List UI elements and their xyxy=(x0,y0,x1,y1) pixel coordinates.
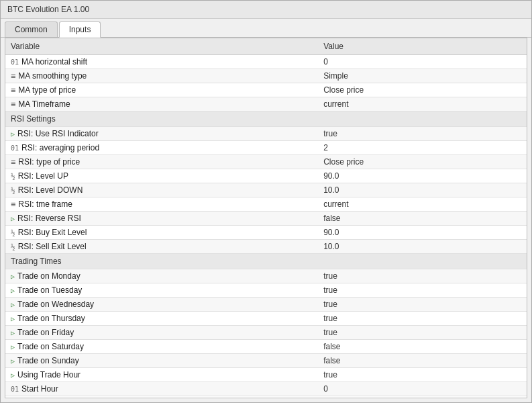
value-cell: Simple xyxy=(318,69,527,83)
type-icon: 01 xyxy=(11,58,19,66)
col-header-variable: Variable xyxy=(5,38,318,55)
table-row[interactable]: ½RSI: Level UP90.0 xyxy=(5,169,527,183)
value-cell: 0 xyxy=(318,55,527,69)
value-cell: Close price xyxy=(318,83,527,97)
variable-cell: ½RSI: Buy Exit Level xyxy=(5,226,318,240)
variable-cell: ▷Trade on Thursday xyxy=(5,312,318,326)
value-cell: 90.0 xyxy=(318,169,527,183)
window-title: BTC Evolution EA 1.00 xyxy=(7,5,89,14)
variable-cell: ▷Trade on Monday xyxy=(5,269,318,283)
type-icon: ▷ xyxy=(11,301,15,308)
type-icon: ▷ xyxy=(11,329,15,337)
table-row[interactable]: ▷Trade on Sundayfalse xyxy=(5,354,527,368)
variable-cell: ▷Using Trade Hour xyxy=(5,368,318,382)
value-cell: true xyxy=(318,298,527,312)
value-cell: true xyxy=(318,368,527,382)
table-row[interactable]: 01Start Minutes0 xyxy=(5,396,527,398)
type-icon: ≡ xyxy=(11,71,15,81)
type-icon: ½ xyxy=(11,228,15,237)
table-row[interactable]: 01MA horizontal shift0 xyxy=(5,55,527,69)
variable-cell: ▷RSI: Use RSI Indicator xyxy=(5,127,318,141)
variable-cell: ≡MA type of price xyxy=(5,83,318,97)
value-cell: Close price xyxy=(318,155,527,169)
tab-inputs[interactable]: Inputs xyxy=(59,21,101,38)
variable-cell: ▷Trade on Friday xyxy=(5,326,318,340)
variable-cell: ½RSI: Level DOWN xyxy=(5,183,318,197)
content-area: Variable Value 01MA horizontal shift0≡MA… xyxy=(5,38,527,398)
table-row[interactable]: ▷Trade on Thursdaytrue xyxy=(5,312,527,326)
type-icon: 01 xyxy=(11,386,19,393)
variable-cell: ≡MA Timeframe xyxy=(5,97,318,111)
variable-cell: 01RSI: averaging period xyxy=(5,141,318,155)
table-row[interactable]: ▷Trade on Saturdayfalse xyxy=(5,340,527,354)
table-row[interactable]: ▷Trade on Fridaytrue xyxy=(5,326,527,340)
table-container[interactable]: Variable Value 01MA horizontal shift0≡MA… xyxy=(5,38,527,398)
variable-cell: ▷Trade on Sunday xyxy=(5,354,318,368)
table-row[interactable]: 01Start Hour0 xyxy=(5,382,527,396)
type-icon: ▷ xyxy=(11,215,15,222)
value-cell: 90.0 xyxy=(318,226,527,240)
table-row[interactable]: ▷RSI: Use RSI Indicatortrue xyxy=(5,127,527,141)
type-icon: ▷ xyxy=(11,371,15,379)
variable-cell: 01Start Hour xyxy=(5,382,318,396)
type-icon: ≡ xyxy=(11,199,15,209)
type-icon: ½ xyxy=(11,242,15,251)
value-cell: true xyxy=(318,312,527,326)
variable-cell: ½RSI: Sell Exit Level xyxy=(5,240,318,254)
table-row[interactable]: ▷Using Trade Hourtrue xyxy=(5,368,527,382)
table-row[interactable]: ≡MA Timeframecurrent xyxy=(5,97,527,111)
value-cell: true xyxy=(318,269,527,283)
value-cell: false xyxy=(318,212,527,226)
type-icon: ▷ xyxy=(11,130,15,138)
variable-cell: ▷Trade on Wednesday xyxy=(5,298,318,312)
value-cell: 2 xyxy=(318,141,527,155)
type-icon: ½ xyxy=(11,172,15,181)
table-row[interactable]: ½RSI: Buy Exit Level90.0 xyxy=(5,226,527,240)
variable-cell: ≡RSI: tme frame xyxy=(5,197,318,212)
type-icon: ▷ xyxy=(11,273,15,280)
section-header-label: Trading Times xyxy=(5,254,527,269)
value-cell: false xyxy=(318,354,527,368)
type-icon: ▷ xyxy=(11,315,15,322)
table-row[interactable]: RSI Settings xyxy=(5,111,527,127)
value-cell: false xyxy=(318,340,527,354)
table-row[interactable]: ½RSI: Level DOWN10.0 xyxy=(5,183,527,197)
table-row[interactable]: ½RSI: Sell Exit Level10.0 xyxy=(5,240,527,254)
type-icon: ≡ xyxy=(11,85,15,95)
main-window: BTC Evolution EA 1.00 Common Inputs Vari… xyxy=(0,0,532,403)
tab-common[interactable]: Common xyxy=(5,21,58,37)
table-row[interactable]: ▷Trade on Tuesdaytrue xyxy=(5,283,527,298)
table-row[interactable]: 01RSI: averaging period2 xyxy=(5,141,527,155)
value-cell: 10.0 xyxy=(318,183,527,197)
table-row[interactable]: ▷Trade on Wednesdaytrue xyxy=(5,298,527,312)
table-row[interactable]: Trading Times xyxy=(5,254,527,269)
type-icon: ▷ xyxy=(11,287,15,294)
variable-cell: ▷Trade on Saturday xyxy=(5,340,318,354)
value-cell: 10.0 xyxy=(318,240,527,254)
value-cell: current xyxy=(318,97,527,111)
variable-cell: ≡MA smoothing type xyxy=(5,69,318,83)
table-row[interactable]: ≡RSI: tme framecurrent xyxy=(5,197,527,212)
table-row[interactable]: ≡MA type of priceClose price xyxy=(5,83,527,97)
table-row[interactable]: ≡MA smoothing typeSimple xyxy=(5,69,527,83)
col-header-value: Value xyxy=(318,38,527,55)
value-cell: current xyxy=(318,197,527,212)
section-header-label: RSI Settings xyxy=(5,111,527,127)
value-cell: true xyxy=(318,283,527,298)
type-icon: ▷ xyxy=(11,343,15,351)
variable-cell: ≡RSI: type of price xyxy=(5,155,318,169)
type-icon: ≡ xyxy=(11,157,15,167)
title-bar: BTC Evolution EA 1.00 xyxy=(1,1,531,19)
table-row[interactable]: ≡RSI: type of priceClose price xyxy=(5,155,527,169)
table-row[interactable]: ▷Trade on Mondaytrue xyxy=(5,269,527,283)
variable-cell: ▷RSI: Reverse RSI xyxy=(5,212,318,226)
tab-bar: Common Inputs xyxy=(1,19,531,38)
parameters-table: Variable Value 01MA horizontal shift0≡MA… xyxy=(5,38,527,398)
type-icon: 01 xyxy=(11,144,19,152)
variable-cell: ▷Trade on Tuesday xyxy=(5,283,318,298)
type-icon: ≡ xyxy=(11,99,15,109)
table-row[interactable]: ▷RSI: Reverse RSIfalse xyxy=(5,212,527,226)
type-icon: ▷ xyxy=(11,357,15,365)
variable-cell: 01MA horizontal shift xyxy=(5,55,318,69)
variable-cell: ½RSI: Level UP xyxy=(5,169,318,183)
